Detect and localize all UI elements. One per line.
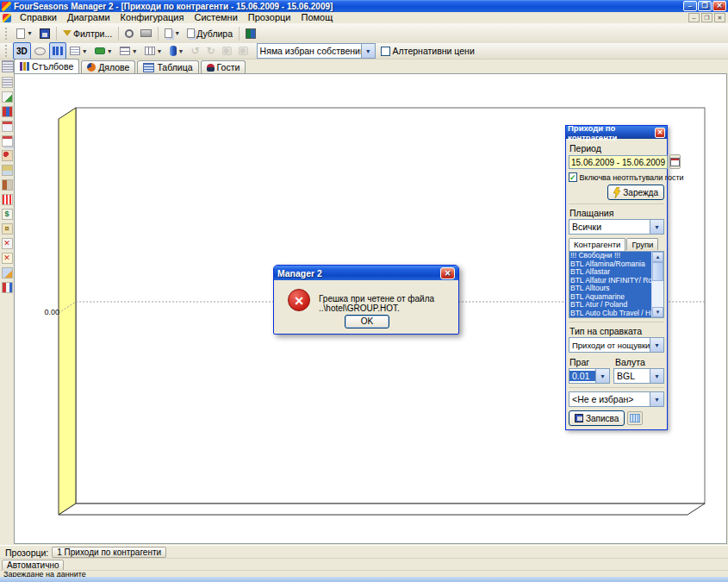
cancel-services-icon[interactable]: ✕: [2, 253, 13, 264]
scroll-up-icon[interactable]: ▲: [652, 252, 663, 262]
list-item[interactable]: BTL Atur / Poland: [569, 301, 651, 310]
menu-spravki[interactable]: Справки: [15, 12, 62, 23]
tab-groups[interactable]: Групи: [626, 238, 658, 250]
report-type-combobox[interactable]: Приходи от нощувки ▼: [569, 337, 664, 353]
report-windows-icon[interactable]: [2, 77, 13, 88]
chart-toolbar: 3D ▼ ▼ ▼ ▼ ▼ ↺ ↻ Няма избран собственици…: [0, 43, 728, 59]
print-preview-button[interactable]: [121, 25, 137, 42]
mdi-restore-button[interactable]: ❐: [701, 13, 712, 22]
payments-combobox[interactable]: Всички ▼: [569, 219, 664, 235]
menu-diagrami[interactable]: Диаграми: [62, 12, 115, 23]
hotel-icon[interactable]: [2, 179, 13, 191]
depth-back-button[interactable]: [219, 42, 235, 59]
dialog-close-button[interactable]: ✕: [440, 267, 455, 279]
alt-prices-option[interactable]: Алтернативни цени: [381, 46, 475, 56]
chevron-down-icon: ▼: [27, 30, 33, 36]
list-item[interactable]: BTL Alfamina/Romania: [569, 260, 651, 269]
vertical-grid-button[interactable]: ▼: [141, 42, 166, 59]
include-guests-checkbox[interactable]: ✓: [569, 172, 577, 182]
scroll-down-icon[interactable]: ▼: [652, 307, 663, 317]
minimize-button[interactable]: –: [683, 1, 697, 11]
save-selection-button[interactable]: Записва: [569, 410, 625, 426]
menu-sistemni[interactable]: Системни: [189, 12, 242, 23]
series-style-button[interactable]: ▼: [166, 42, 188, 59]
include-guests-option[interactable]: ✓ Включва неотпътували гости: [569, 172, 664, 182]
divider: [569, 387, 664, 388]
saved-selection-combobox[interactable]: <Не е избран> ▼: [569, 391, 664, 407]
folders-icon[interactable]: [2, 165, 13, 176]
callout-button[interactable]: [31, 42, 49, 59]
open-window-button[interactable]: 1 Приходи по контрагенти: [52, 547, 166, 558]
automatic-button[interactable]: Автоматично: [2, 560, 64, 571]
load-button[interactable]: Зарежда: [607, 185, 664, 200]
3d-toggle-button[interactable]: 3D: [13, 42, 31, 59]
rotate-cw-button[interactable]: ↻: [203, 42, 219, 59]
calendar-button[interactable]: [669, 154, 681, 169]
new-report-button[interactable]: ▼: [13, 25, 36, 42]
filters-button[interactable]: Филтри...: [59, 25, 115, 42]
list-item[interactable]: BTL Alfastar: [569, 268, 651, 277]
guests-icon[interactable]: [2, 150, 13, 161]
transfer-icon[interactable]: [2, 267, 13, 278]
list-item[interactable]: BTL Auto Club Travel / Hunga: [569, 310, 651, 318]
chart-type-button[interactable]: [49, 42, 66, 59]
list-item[interactable]: !!! Свободни !!!: [569, 252, 651, 260]
panel-close-button[interactable]: ✕: [655, 128, 665, 138]
close-button[interactable]: ✕: [712, 1, 726, 11]
new-document-icon: [16, 28, 25, 39]
chevron-down-icon: ▼: [82, 48, 88, 54]
horizontal-grid-button[interactable]: ▼: [116, 42, 141, 59]
rotate-ccw-button[interactable]: ↺: [187, 42, 202, 59]
payments-icon[interactable]: ¤: [2, 223, 13, 235]
tab-bars[interactable]: Стълбове: [14, 59, 79, 73]
mdi-close-button[interactable]: ✕: [714, 13, 725, 22]
title-bar: FourSeasons Manager 2 - [Приходи по конт…: [0, 0, 728, 12]
contragents-listbox[interactable]: !!! Свободни !!! BTL Alfamina/Romania BT…: [569, 251, 664, 318]
restore-button[interactable]: ❐: [698, 1, 712, 11]
list-item[interactable]: BTL Alfatur INFINITY/ Romani: [569, 277, 651, 285]
legend-button[interactable]: ▼: [66, 42, 91, 59]
chart-report-icon[interactable]: [2, 106, 13, 117]
selection-grid-button[interactable]: [627, 411, 643, 425]
auto-bar: Автоматично: [0, 558, 728, 571]
scrollbar-thumb[interactable]: [652, 262, 663, 281]
period-field[interactable]: 15.06.2009 - 15.06.2009: [569, 155, 668, 169]
depth-back-icon: [222, 47, 232, 55]
menu-prozorci[interactable]: Прозорци: [243, 12, 296, 23]
export-report-icon[interactable]: [2, 91, 13, 103]
guest-chart-icon[interactable]: [2, 282, 13, 293]
menu-konfiguracia[interactable]: Конфигурация: [115, 12, 190, 23]
tab-shares[interactable]: Дялове: [81, 60, 135, 73]
vgrid-icon: [145, 47, 155, 55]
tab-table[interactable]: Таблица: [137, 60, 198, 73]
divider: [569, 322, 664, 322]
panel-title-bar[interactable]: Приходи по контрагенти ✕: [566, 126, 667, 139]
dialog-title: Manager 2: [277, 268, 322, 278]
dialog-title-bar[interactable]: Manager 2 ✕: [274, 266, 458, 280]
mdi-minimize-button[interactable]: –: [688, 13, 700, 22]
cancel-bookings-icon[interactable]: ✕: [2, 238, 13, 249]
labels-button[interactable]: ▼: [91, 42, 116, 59]
owners-combobox[interactable]: Няма избран собственици ▼: [257, 43, 376, 59]
export-excel-button[interactable]: [242, 25, 259, 42]
threshold-combobox[interactable]: 0.01 ▼: [569, 368, 610, 384]
copy-button[interactable]: ▼: [161, 25, 184, 42]
revenue-icon[interactable]: $: [2, 209, 13, 220]
listbox-scrollbar[interactable]: ▲ ▼: [651, 252, 663, 317]
occupancy-grid-icon[interactable]: [2, 194, 13, 205]
list-item[interactable]: BTL Aquamarine: [569, 293, 651, 302]
depth-forward-button[interactable]: [235, 42, 252, 59]
list-item[interactable]: BTL Alltours: [569, 285, 651, 293]
tab-contragents[interactable]: Контрагенти: [569, 238, 625, 251]
print-button[interactable]: [137, 25, 155, 42]
tab-guests[interactable]: Гости: [201, 60, 246, 73]
ok-button[interactable]: OK: [345, 315, 389, 329]
currency-combobox[interactable]: BGL ▼: [613, 368, 664, 384]
duplicate-button[interactable]: Дублира: [184, 25, 236, 42]
progress-strip: [0, 577, 728, 582]
calendar-icon[interactable]: [2, 121, 13, 132]
save-button[interactable]: [36, 25, 53, 42]
calendar-copy-icon[interactable]: [2, 135, 13, 147]
alt-prices-checkbox[interactable]: [381, 47, 390, 56]
menu-pomosht[interactable]: Помощ: [296, 12, 338, 23]
